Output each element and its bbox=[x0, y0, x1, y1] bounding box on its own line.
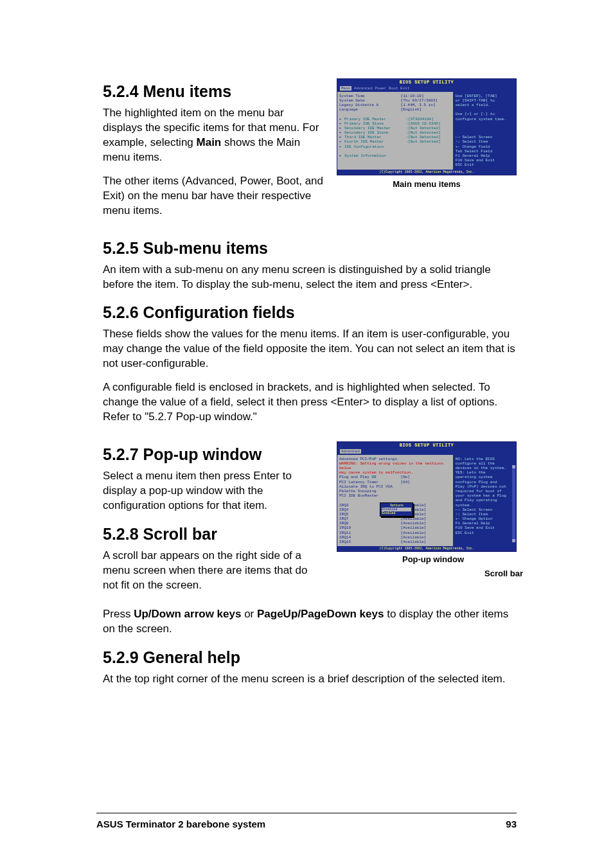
item-v: [Available] bbox=[401, 535, 427, 540]
help-text: system. bbox=[456, 503, 514, 508]
menubar-main: Main bbox=[340, 86, 351, 91]
para-525-1: An item with a sub-menu on any menu scre… bbox=[103, 263, 517, 292]
caption-popup: Pop-up window bbox=[350, 554, 517, 564]
item-v: [No] bbox=[401, 475, 410, 479]
bios-title: BIOS SETUP UTILITY bbox=[337, 442, 516, 448]
heading-528: 5.2.8 Scroll bar bbox=[103, 525, 325, 544]
key-hint: +- Change Field bbox=[456, 145, 514, 149]
item-k: System Date bbox=[339, 98, 401, 103]
help-text: and Play operating bbox=[456, 498, 514, 502]
options-popup: Options Disabled Enabled bbox=[380, 502, 413, 517]
bios-title: BIOS SETUP UTILITY bbox=[337, 79, 516, 85]
panel-header: Advanced PCI/PnP settings bbox=[339, 457, 451, 461]
item-k: Primary IDE Slave bbox=[344, 121, 406, 126]
submenu-triangle-icon: ▸ bbox=[339, 126, 344, 130]
item-v: [64] bbox=[401, 480, 410, 484]
bios-copyright: (C)Copyright 1985-2002, American Megatre… bbox=[337, 170, 516, 175]
key-hint: F1 General Help bbox=[456, 521, 514, 526]
para-527-1: Select a menu item then press Enter to d… bbox=[103, 469, 325, 513]
heading-529: 5.2.9 General help bbox=[103, 648, 517, 667]
heading-526: 5.2.6 Configuration fields bbox=[103, 303, 517, 322]
item-k: IRQ15 bbox=[339, 540, 401, 544]
menubar-boot: Boot bbox=[389, 86, 398, 91]
menubar-power: Power bbox=[375, 86, 386, 91]
key-hint: ←→ Select Screen bbox=[456, 508, 514, 512]
item-v: :[Not Detected] bbox=[406, 126, 441, 130]
item-v: [Available] bbox=[401, 526, 427, 530]
help-text: or [SHIFT-TAB] to bbox=[456, 98, 514, 103]
item-v: :[Not Detected] bbox=[406, 139, 441, 144]
item-k: System Time bbox=[339, 94, 401, 98]
caption-scrollbar: Scroll bar bbox=[484, 569, 523, 578]
item-k: Secondary IDE Slave bbox=[344, 130, 406, 135]
footer-page-number: 93 bbox=[506, 819, 517, 829]
scroll-up-icon bbox=[512, 465, 515, 468]
bios-menubar: Main Advanced Power Boot Exit bbox=[337, 85, 516, 91]
help-text: devices in the system. bbox=[456, 466, 514, 470]
bios-help-panel: Use [ENTER], [TAB] or [SHIFT-TAB] to sel… bbox=[454, 92, 516, 170]
bold-keys: PageUp/PageDown keys bbox=[257, 608, 384, 620]
item-v: :[Not Detected] bbox=[406, 130, 441, 135]
menubar-exit: Exit bbox=[400, 86, 409, 91]
submenu-triangle-icon: ▸ bbox=[339, 145, 344, 149]
popup-option: Enabled bbox=[382, 511, 411, 515]
item-v: [Thu 03/27/2003] bbox=[401, 98, 438, 103]
submenu-triangle-icon: ▸ bbox=[339, 154, 344, 158]
item-k: IRQ7 bbox=[339, 517, 401, 521]
item-k: Secondary IDE Master bbox=[344, 126, 406, 130]
key-hint: F1 General Help bbox=[456, 154, 514, 158]
bios-screenshot-main: BIOS SETUP UTILITY Main Advanced Power B… bbox=[337, 78, 517, 175]
heading-527: 5.2.7 Pop-up window bbox=[103, 445, 325, 464]
warning-text: may cause system to malfunction. bbox=[339, 470, 451, 475]
para-528-2: Press Up/Down arrow keys or PageUp/PageD… bbox=[103, 607, 517, 637]
item-v: [Available] bbox=[401, 540, 427, 544]
item-k: Palette Snooping bbox=[339, 489, 401, 493]
item-v: [Available] bbox=[401, 521, 427, 526]
para-524-1: The highlighted item on the menu bar dis… bbox=[103, 106, 325, 165]
item-k: IRQ11 bbox=[339, 531, 401, 535]
menubar-advanced: Advanced bbox=[354, 86, 373, 91]
submenu-triangle-icon: ▸ bbox=[339, 135, 344, 139]
bold-main: Main bbox=[197, 136, 222, 148]
warning-text: WARNING: Setting wrong values in the sec… bbox=[339, 461, 451, 470]
item-v: [Available] bbox=[401, 517, 427, 521]
submenu-triangle-icon: ▸ bbox=[339, 130, 344, 135]
para-528-1: A scroll bar appears on the right side o… bbox=[103, 549, 325, 593]
footer-product: ASUS Terminator 2 barebone system bbox=[96, 819, 265, 829]
text: or bbox=[241, 608, 257, 620]
item-k: Language bbox=[339, 107, 401, 112]
help-text: Use [+] or [-] to bbox=[456, 112, 514, 116]
help-text: Play (PnP) devices not bbox=[456, 484, 514, 489]
item-k: IRQ10 bbox=[339, 526, 401, 530]
submenu-triangle-icon: ▸ bbox=[339, 121, 344, 126]
key-hint: Tab Select Field bbox=[456, 149, 514, 154]
scrollbar bbox=[512, 465, 515, 543]
key-hint: +- Change Option bbox=[456, 517, 514, 521]
scroll-down-icon bbox=[512, 539, 515, 542]
menubar-advanced: Advanced bbox=[340, 449, 361, 454]
item-k: IRQ14 bbox=[339, 535, 401, 540]
item-v: [1.44M, 3.5 in] bbox=[401, 103, 436, 107]
item-k: Legacy Diskette A bbox=[339, 103, 401, 107]
bios-menubar: Advanced bbox=[337, 448, 516, 454]
bios-left-panel: System Time[11:10:19] System Date[Thu 03… bbox=[337, 92, 454, 170]
heading-524: 5.2.4 Menu items bbox=[103, 82, 325, 101]
item-k: PCI Latency Timer bbox=[339, 480, 401, 484]
page-footer: ASUS Terminator 2 barebone system 93 bbox=[96, 813, 517, 829]
item-k: PCI IDE BusMaster bbox=[339, 493, 401, 498]
heading-525: 5.2.5 Sub-menu items bbox=[103, 239, 517, 258]
help-text: configure system time. bbox=[456, 117, 514, 121]
item-v: :[ST320413A] bbox=[406, 117, 434, 121]
help-text: your system has a Plug bbox=[456, 493, 514, 498]
help-text: YES: Lets the bbox=[456, 470, 514, 475]
para-526-2: A configurable field is enclosed in brac… bbox=[103, 380, 517, 425]
submenu-triangle-icon: ▸ bbox=[339, 117, 344, 121]
bios-copyright: (C)Copyright 1985-2002, American Megatre… bbox=[337, 546, 516, 551]
item-v: :[Not Detected] bbox=[406, 135, 441, 139]
para-524-2: The other items (Advanced, Power, Boot, … bbox=[103, 174, 325, 218]
caption-main-menu: Main menu items bbox=[337, 179, 517, 189]
help-text: NO: Lets the BIOS bbox=[456, 457, 514, 461]
help-text: operating system bbox=[456, 475, 514, 479]
help-text: configure Plug and bbox=[456, 480, 514, 484]
key-hint: ↑↓ Select Item bbox=[456, 512, 514, 517]
